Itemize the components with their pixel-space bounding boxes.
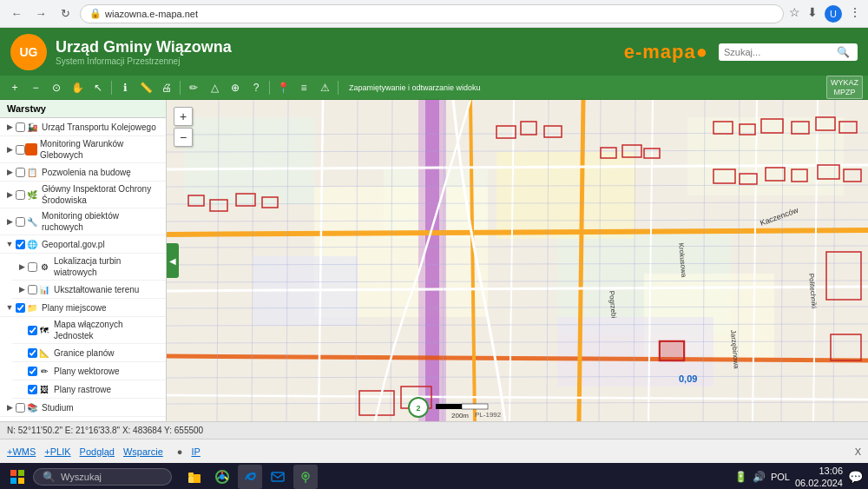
layer-label-studium: Studium (42, 402, 74, 413)
layer-item-wektorowe[interactable]: ✏ Plany wektorowe (12, 362, 166, 380)
layer-check-transport[interactable] (16, 122, 25, 132)
taskbar-app-edge[interactable] (238, 465, 262, 489)
layer-item-studium[interactable]: ▶ 📚 Studium (0, 399, 166, 417)
menu-icon[interactable]: ⋮ (849, 5, 861, 23)
pan-button[interactable]: ✋ (68, 78, 87, 97)
expand-icon-6: ▼ (3, 238, 16, 250)
layer-item-rastrowe[interactable]: 🖼 Plany rastrowe (12, 380, 166, 399)
wms-link[interactable]: +WMS (7, 446, 36, 457)
layer-check-turbiny[interactable] (28, 262, 37, 272)
layer-item-plany[interactable]: ▼ 📁 Plany miejscowe (0, 299, 166, 317)
point-button[interactable]: ⊕ (226, 78, 245, 97)
expand-icon-7: ▶ (16, 261, 28, 273)
layer-item-ortofotomapa[interactable]: ▶ 📷 Ortofotomapa (0, 417, 166, 421)
taskbar-app-chrome[interactable] (210, 465, 234, 489)
measure-button[interactable]: 📏 (136, 78, 155, 97)
start-button[interactable] (5, 465, 30, 489)
reload-button[interactable]: ↻ (56, 4, 75, 23)
layer-item-turbiny[interactable]: ▶ ⚙ Lokalizacja turbin wiatrowych (12, 254, 166, 281)
layer-item-uksztaltowanie[interactable]: ▶ 📊 Ukształtowanie terenu (12, 281, 166, 299)
layer-item-mapa-jednostek[interactable]: 🗺 Mapa włączonych Jednostek (12, 317, 166, 344)
map-area[interactable]: Kaczenców Krokusowa Adamickiewicza Pogrz… (167, 100, 868, 421)
layer-item-geoportal[interactable]: ▼ 🌐 Geoportal.gov.pl (0, 235, 166, 254)
bottom-bar: +WMS +PLIK Podgląd Wsparcie ● IP X (0, 439, 868, 463)
podglad-link[interactable]: Podgląd (80, 446, 115, 457)
svg-point-107 (304, 474, 307, 478)
layer-check-rastrowe[interactable] (28, 385, 37, 394)
layer-item-monitoring-obj[interactable]: ▶ 🔧 Monitoring obiektów ruchowych (0, 208, 166, 235)
layer-check-studium[interactable] (16, 403, 25, 413)
wykaz-mpzp-button[interactable]: WYKAZ MPZP (826, 76, 863, 100)
polygon-button[interactable]: △ (205, 78, 224, 97)
browser-icons: ☆ ⬇ U ⋮ (789, 5, 861, 23)
taskbar-notification-icon[interactable]: 💬 (848, 470, 863, 484)
draw-button[interactable]: ✏ (184, 78, 203, 97)
layer-item-granice[interactable]: 📐 Granice planów (12, 344, 166, 362)
svg-rect-71 (661, 343, 682, 359)
taskbar-app-explorer[interactable] (182, 465, 207, 489)
header-search[interactable]: 🔍 (719, 43, 858, 61)
layer-check-mapa-jednostek[interactable] (28, 326, 37, 335)
layer-check-wektorowe[interactable] (28, 367, 37, 376)
layer-item-transport[interactable]: ▶ 🚂 Urząd Transportu Kolejowego (0, 118, 166, 136)
layer-item-pozwolenia[interactable]: ▶ 📋 Pozwolenia na budowę (0, 163, 166, 182)
layer-label-turbiny: Lokalizacja turbin wiatrowych (54, 255, 162, 278)
layer-check-monitoring-gleb[interactable] (16, 145, 25, 155)
zoom-in-button[interactable]: + (5, 78, 24, 97)
expand-icon-9: ▼ (3, 301, 16, 314)
layer-label-mapa-jednostek: Mapa włączonych Jednostek (54, 319, 162, 341)
map-zoom-out-button[interactable]: − (174, 128, 193, 147)
svg-text:UG: UG (20, 45, 38, 59)
layer-check-plany[interactable] (16, 303, 25, 313)
expand-icon-14: ▶ (3, 401, 16, 413)
svg-point-101 (220, 474, 225, 479)
layer-check-monitoring-obj[interactable] (16, 217, 25, 227)
layer-label-rastrowe: Plany rastrowe (54, 384, 111, 395)
search-input[interactable] (724, 47, 837, 57)
layer-icon-geoportal: 🌐 (25, 237, 39, 251)
download-icon[interactable]: ⬇ (807, 5, 818, 23)
systray-icon-1[interactable]: 🔋 (734, 471, 747, 483)
print-button[interactable]: 🖨 (157, 78, 176, 97)
layer-check-granice[interactable] (28, 348, 37, 358)
help-button[interactable]: ? (247, 78, 266, 97)
layer-check-inspekcja[interactable] (16, 190, 25, 200)
wfs-link[interactable]: +PLIK (44, 446, 70, 457)
toolbar-separator-4 (338, 81, 339, 95)
layers-button[interactable]: ≡ (294, 78, 313, 97)
forward-button[interactable]: → (31, 4, 50, 23)
address-bar[interactable]: 🔒 wiazowna.e-mapa.net (80, 4, 784, 23)
sidebar-collapse-button[interactable]: ◀ (167, 243, 179, 278)
back-button[interactable]: ← (7, 4, 26, 23)
close-bottom-bar-button[interactable]: X (855, 446, 861, 457)
taskbar-app-mail[interactable] (266, 465, 290, 489)
taskbar-systray: 🔋 🔊 POL 13:06 06.02.2024 💬 (734, 465, 863, 489)
map-zoom-in-button[interactable]: + (174, 107, 193, 126)
ip-link[interactable]: IP (191, 446, 200, 457)
sidebar-header: Warstwy (0, 100, 166, 118)
taskbar-app-maps[interactable] (293, 465, 318, 489)
layer-check-pozwolenia[interactable] (16, 168, 25, 177)
bookmark-icon[interactable]: ☆ (789, 5, 800, 23)
layer-check-uksztaltowanie[interactable] (28, 285, 37, 294)
layer-item-monitoring-gleb[interactable]: ▶ Monitoring Warunków Glebowych (0, 136, 166, 163)
layer-icon-inspekcja: 🌿 (25, 188, 39, 202)
taskbar-search-box[interactable]: 🔍 Wyszukaj (33, 468, 172, 486)
layer-check-ortofotomapa[interactable] (16, 421, 25, 422)
select-button[interactable]: ↖ (89, 78, 108, 97)
layer-label-monitoring-obj: Monitoring obiektów ruchowych (42, 210, 162, 233)
layer-check-geoportal[interactable] (16, 240, 25, 249)
systray-icon-2[interactable]: 🔊 (753, 471, 766, 483)
app-header: UG Urząd Gminy Wiązowna System Informacj… (0, 28, 868, 76)
info-button[interactable]: ℹ (115, 78, 135, 97)
expand-icon-2: ▶ (3, 143, 16, 155)
warning-button[interactable]: ⚠ (315, 78, 334, 97)
taskbar-apps (182, 465, 318, 489)
location-button[interactable]: 📍 (273, 78, 293, 97)
svg-line-103 (225, 477, 227, 479)
layer-item-inspekcja[interactable]: ▶ 🌿 Główny Inspektorat Ochrony Środowisk… (0, 182, 166, 208)
zoom-out-button[interactable]: − (26, 78, 45, 97)
profile-icon[interactable]: U (825, 5, 842, 23)
zoom-extent-button[interactable]: ⊙ (47, 78, 66, 97)
wsparcie-link[interactable]: Wsparcie (123, 446, 163, 457)
